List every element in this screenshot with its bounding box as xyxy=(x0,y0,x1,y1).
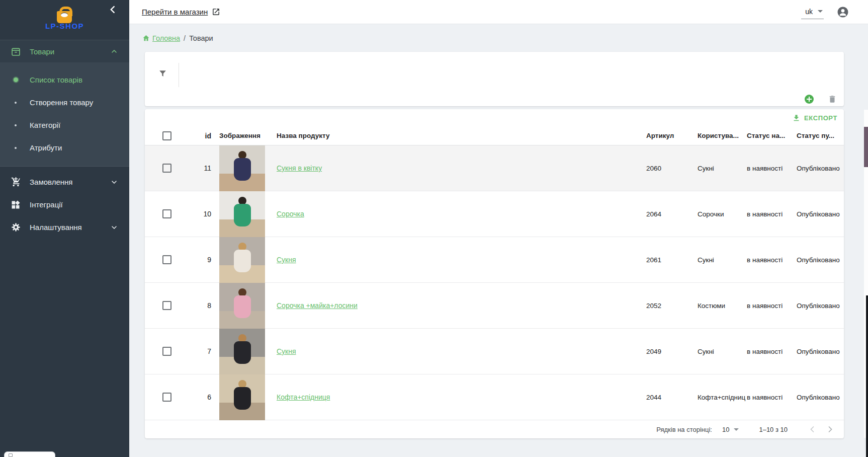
previous-page-button[interactable] xyxy=(806,423,819,436)
account-avatar-button[interactable] xyxy=(837,6,849,18)
cell-publish-status: Опубліковано xyxy=(797,394,844,401)
rows-per-page-value: 10 xyxy=(722,426,729,433)
sidebar-item-label: Атрибути xyxy=(30,143,62,152)
sidebar-item-label: Налаштування xyxy=(30,223,110,232)
cell-sku: 2061 xyxy=(646,256,698,264)
language-select[interactable]: uk xyxy=(801,6,824,19)
product-name-link[interactable]: Сукня xyxy=(277,347,296,355)
cell-category: Сукні xyxy=(698,348,747,355)
active-bullet-icon xyxy=(12,78,20,82)
row-checkbox[interactable] xyxy=(162,209,171,218)
breadcrumb-home-label: Головна xyxy=(152,34,180,42)
column-header-sku: Артикул xyxy=(646,132,698,139)
cell-publish-status: Опубліковано xyxy=(797,302,844,310)
row-checkbox[interactable] xyxy=(162,301,171,310)
chevron-up-icon xyxy=(110,47,118,55)
sidebar-item-product-list[interactable]: Список товарів xyxy=(0,68,129,91)
sidebar-collapse-button[interactable] xyxy=(107,4,118,15)
product-thumbnail xyxy=(219,374,265,420)
add-shopping-cart-icon xyxy=(10,177,21,188)
caret-down-icon xyxy=(818,10,823,13)
vertical-scrollbar-thumb[interactable] xyxy=(866,295,868,457)
row-checkbox[interactable] xyxy=(162,164,171,173)
column-header-category: Користува... xyxy=(698,132,747,139)
cell-id: 11 xyxy=(195,164,211,172)
export-button[interactable]: ЕКСПОРТ xyxy=(792,114,837,122)
product-name-link[interactable]: Сорочка xyxy=(277,210,304,218)
chevron-left-icon xyxy=(807,424,817,434)
chevron-left-icon xyxy=(107,4,118,15)
logo-area: LP-SHOP xyxy=(0,0,129,40)
cell-sku: 2044 xyxy=(646,394,698,401)
rows-per-page-label: Рядків на сторінці: xyxy=(656,426,712,433)
column-header-id: id xyxy=(195,132,211,140)
cell-publish-status: Опубліковано xyxy=(797,256,844,264)
product-thumbnail xyxy=(219,329,265,374)
sidebar-item-categories[interactable]: Категорії xyxy=(0,114,129,136)
table-header-row: id Зображення Назва продукту Артикул Кор… xyxy=(145,126,844,145)
cell-category: Сорочки xyxy=(698,210,747,218)
cell-category: Кофта+спідниц xyxy=(698,394,747,401)
sidebar-item-settings[interactable]: Налаштування xyxy=(0,216,129,239)
add-product-button[interactable] xyxy=(805,95,814,104)
sidebar-item-attributes[interactable]: Атрибути xyxy=(0,136,129,159)
next-page-button[interactable] xyxy=(824,423,837,436)
cell-category: Сукні xyxy=(698,256,747,264)
sidebar: LP-SHOP Товари Список товарів Створення … xyxy=(0,0,129,457)
filter-button[interactable] xyxy=(158,69,170,81)
trash-icon xyxy=(828,95,837,104)
cell-id: 6 xyxy=(195,393,211,401)
table-row: 11 Сукня в квітку 2060 Сукні в наявності… xyxy=(145,145,844,191)
gear-icon xyxy=(10,222,21,233)
breadcrumb: Головна / Товари xyxy=(129,24,868,52)
page-range: 1–10 з 10 xyxy=(759,426,788,433)
row-checkbox[interactable] xyxy=(162,255,171,264)
product-thumbnail xyxy=(219,145,265,191)
sidebar-item-orders[interactable]: Замовлення xyxy=(0,171,129,193)
delete-button[interactable] xyxy=(828,95,837,104)
product-name-link[interactable]: Сукня в квітку xyxy=(277,164,322,172)
row-checkbox[interactable] xyxy=(162,347,171,356)
sidebar-item-integrations[interactable]: Інтеграції xyxy=(0,193,129,216)
filter-funnel-icon xyxy=(158,69,167,79)
go-to-store-link[interactable]: Перейти в магазин xyxy=(142,8,220,16)
product-name-link[interactable]: Кофта+спідниця xyxy=(277,393,330,401)
sidebar-item-label: Створення товару xyxy=(30,98,93,107)
product-name-link[interactable]: Сукня xyxy=(277,256,296,264)
cell-category: Костюми xyxy=(698,302,747,310)
column-header-stock-status: Статус на... xyxy=(747,132,797,139)
product-thumbnail xyxy=(219,191,265,237)
cell-stock-status: в наявності xyxy=(747,348,797,355)
bullet-icon xyxy=(12,102,20,104)
chevron-down-icon xyxy=(110,223,118,232)
product-box-icon xyxy=(10,46,21,57)
cell-sku: 2060 xyxy=(646,165,698,172)
sidebar-item-create-product[interactable]: Створення товару xyxy=(0,91,129,114)
language-value: uk xyxy=(805,8,813,16)
breadcrumb-home-link[interactable]: Головна xyxy=(142,34,180,42)
cell-sku: 2049 xyxy=(646,348,698,355)
cell-stock-status: в наявності xyxy=(747,256,797,264)
cell-stock-status: в наявності xyxy=(747,302,797,310)
product-name-link[interactable]: Сорочка +майка+лосини xyxy=(277,301,358,310)
cell-publish-status: Опубліковано xyxy=(797,348,844,355)
cell-sku: 2064 xyxy=(646,210,698,218)
pagination: Рядків на сторінці: 10 1–10 з 10 xyxy=(145,420,844,438)
products-submenu: Список товарів Створення товару Категорі… xyxy=(0,62,129,167)
row-checkbox[interactable] xyxy=(162,393,171,402)
column-header-publish-status: Статус пу... xyxy=(797,132,844,139)
cell-id: 7 xyxy=(195,347,211,355)
select-all-checkbox[interactable] xyxy=(162,131,171,140)
sidebar-item-products[interactable]: Товари xyxy=(0,40,129,62)
download-icon xyxy=(792,114,801,122)
table-row: 9 Сукня 2061 Сукні в наявності Опубліков… xyxy=(145,237,844,283)
sidebar-item-label: Категорії xyxy=(30,121,60,129)
cell-id: 8 xyxy=(195,301,211,310)
table-body: 11 Сукня в квітку 2060 Сукні в наявності… xyxy=(145,145,844,420)
widgets-icon xyxy=(10,199,21,210)
sidebar-item-label: Інтеграції xyxy=(30,200,118,209)
rows-per-page-select[interactable]: 10 xyxy=(722,426,739,433)
sidebar-item-label: Товари xyxy=(30,47,110,56)
cell-id: 10 xyxy=(195,210,211,218)
logo-text: LP-SHOP xyxy=(0,22,129,30)
